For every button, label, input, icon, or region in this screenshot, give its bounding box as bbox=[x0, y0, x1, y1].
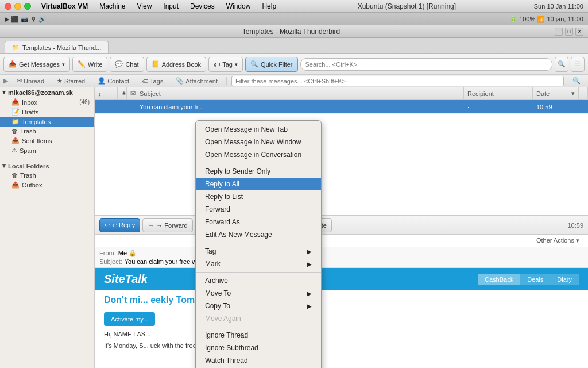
mac-menu-help[interactable]: Help bbox=[258, 2, 280, 10]
inbox-icon: 📥 bbox=[11, 98, 20, 106]
write-button[interactable]: ✏️ Write bbox=[72, 57, 107, 72]
chat-button[interactable]: 💬 Chat bbox=[110, 57, 144, 72]
quick-filter-icon: 🔍 bbox=[250, 60, 258, 68]
ctx-open-new-tab[interactable]: Open Message in New Tab bbox=[196, 123, 321, 136]
msg-header-extra bbox=[579, 87, 588, 99]
mac-menu-view[interactable]: View bbox=[134, 2, 156, 10]
ctx-edit-as-new[interactable]: Edit As New Message bbox=[196, 228, 321, 241]
ctx-reply-all[interactable]: Reply to All bbox=[196, 178, 321, 190]
tab-templates[interactable]: 📁 Templates - Mozilla Thund... bbox=[5, 41, 109, 53]
tb-titlebar: Templates - Mozilla Thunderbird – □ ✕ bbox=[0, 25, 588, 38]
msg-subject-cell: You can claim your fr... bbox=[136, 100, 464, 113]
ctx-ignore-subthread[interactable]: Ignore Subthread bbox=[196, 342, 321, 354]
nav-cashback[interactable]: CashBack bbox=[478, 274, 520, 285]
search-button[interactable]: 🔍 bbox=[555, 57, 568, 72]
tb-window-controls[interactable]: – □ ✕ bbox=[555, 28, 583, 36]
activate-button[interactable]: Activate my... bbox=[104, 312, 155, 326]
address-book-icon: 📒 bbox=[152, 60, 160, 68]
chat-label: Chat bbox=[125, 61, 138, 68]
ctx-forward-label: Forward bbox=[205, 205, 230, 213]
tb-close-btn[interactable]: ✕ bbox=[575, 28, 583, 36]
mac-app-name[interactable]: VirtualBox VM bbox=[38, 2, 91, 10]
ctx-forward[interactable]: Forward bbox=[196, 203, 321, 216]
sidebar-item-templates[interactable]: 📁 Templates bbox=[0, 117, 94, 126]
msg-flags-cell bbox=[95, 100, 118, 113]
search-icon: 🔍 bbox=[558, 60, 566, 68]
quick-filter-label: Quick Filter bbox=[261, 61, 293, 68]
spam-icon: ⚠ bbox=[11, 147, 17, 154]
from-label: From: bbox=[99, 250, 116, 257]
tag-button[interactable]: 🏷 Tag ▾ bbox=[208, 57, 243, 72]
ctx-open-conversation[interactable]: Open Message in Conversation bbox=[196, 148, 321, 161]
sidebar-item-outbox[interactable]: 📤 Outbox bbox=[0, 180, 94, 190]
mac-menu-input[interactable]: Input bbox=[160, 2, 182, 10]
sidebar-account[interactable]: ▾ mikael86@zoznam.sk bbox=[0, 87, 94, 97]
nav-deals[interactable]: Deals bbox=[520, 274, 550, 285]
msg-subject-text: You can claim your fr... bbox=[140, 103, 203, 110]
sitetalk-logo: SiteTalk bbox=[104, 273, 148, 286]
filter-starred-label: Starred bbox=[64, 78, 85, 85]
ctx-copy-to[interactable]: Copy To ▶ bbox=[196, 300, 321, 312]
reply-button[interactable]: ↩ ↩ Reply bbox=[99, 218, 140, 232]
ctx-open-new-tab-label: Open Message in New Tab bbox=[205, 125, 288, 133]
menu-button[interactable]: ☰ bbox=[571, 57, 585, 72]
quick-filter-button[interactable]: 🔍 Quick Filter bbox=[245, 57, 298, 72]
filter-search-input[interactable] bbox=[231, 76, 564, 86]
forward-button[interactable]: → → Forward bbox=[142, 218, 192, 232]
tb-maximize-btn[interactable]: □ bbox=[565, 28, 573, 36]
table-row[interactable]: You can claim your fr... · 10:59 bbox=[95, 100, 588, 114]
sidebar-local-folders[interactable]: ▾ Local Folders bbox=[0, 160, 94, 171]
ctx-mark[interactable]: Mark ▶ bbox=[196, 258, 321, 270]
filter-contact-button[interactable]: 👤 Contact bbox=[94, 76, 133, 86]
filter-attachment-label: Attachment bbox=[185, 78, 218, 85]
search-input[interactable] bbox=[300, 58, 553, 71]
msg-header-date[interactable]: Date ▾ bbox=[533, 87, 579, 99]
ctx-forward-as[interactable]: Forward As bbox=[196, 216, 321, 228]
other-actions-button[interactable]: Other Actions ▾ bbox=[532, 236, 583, 246]
msg-time: 10:59 bbox=[567, 222, 583, 229]
sidebar-item-sent[interactable]: 📤 Sent Items bbox=[0, 136, 94, 145]
filter-search-icon-button[interactable]: 🔍 bbox=[568, 76, 585, 86]
ctx-reply-list[interactable]: Reply to List bbox=[196, 190, 321, 203]
ctx-ignore-thread[interactable]: Ignore Thread bbox=[196, 329, 321, 342]
ctx-reply-sender[interactable]: Reply to Sender Only bbox=[196, 165, 321, 178]
msg-subject-header: Subject: You can claim your free w... bbox=[99, 258, 583, 265]
content-area: ↕ ★ ✉ Subject Recipient Date ▾ bbox=[95, 87, 588, 368]
msg-header-subject[interactable]: Subject bbox=[136, 87, 464, 99]
mac-menu-window[interactable]: Window bbox=[223, 2, 254, 10]
ctx-copy-to-label: Copy To bbox=[205, 302, 230, 310]
ctx-move-to[interactable]: Move To ▶ bbox=[196, 287, 321, 300]
body-text: Hi, NAME LAS... bbox=[95, 328, 588, 340]
mac-menu-machine[interactable]: Machine bbox=[96, 2, 129, 10]
mac-menu-devices[interactable]: Devices bbox=[187, 2, 218, 10]
mac-maximize-btn[interactable] bbox=[24, 3, 31, 10]
filter-attachment-button[interactable]: 📎 Attachment bbox=[172, 76, 222, 86]
ctx-watch-thread[interactable]: Watch Thread bbox=[196, 354, 321, 367]
sidebar-item-trash[interactable]: 🗑 Trash bbox=[0, 126, 94, 136]
mac-menubar: VirtualBox VM Machine View Input Devices… bbox=[0, 0, 588, 13]
mac-window-controls[interactable] bbox=[5, 3, 31, 10]
filter-tags-button[interactable]: 🏷 Tags bbox=[138, 76, 167, 86]
msg-header-recipient[interactable]: Recipient bbox=[464, 87, 533, 99]
from-value: Me 🔒 bbox=[118, 250, 137, 257]
filter-unread-button[interactable]: ✉ Unread bbox=[13, 76, 48, 86]
account-name: mikael86@zoznam.sk bbox=[8, 89, 73, 96]
context-menu: Open Message in New Tab Open Message in … bbox=[195, 120, 322, 368]
sidebar-item-inbox[interactable]: 📥 Inbox (46) bbox=[0, 97, 94, 107]
address-book-button[interactable]: 📒 Address Book bbox=[146, 57, 206, 72]
ctx-archive[interactable]: Archive bbox=[196, 274, 321, 287]
sidebar-item-local-trash[interactable]: 🗑 Trash bbox=[0, 171, 94, 180]
get-messages-button[interactable]: 📥 Get Messages ▾ bbox=[3, 57, 70, 72]
ctx-move-to-arrow-icon: ▶ bbox=[307, 290, 312, 297]
tb-minimize-btn[interactable]: – bbox=[555, 28, 563, 36]
mac-minimize-btn[interactable] bbox=[14, 3, 21, 10]
sidebar-item-drafts[interactable]: 📝 Drafts bbox=[0, 107, 94, 117]
get-messages-label: Get Messages bbox=[19, 61, 60, 68]
filter-starred-button[interactable]: ★ Starred bbox=[53, 76, 89, 86]
mac-close-btn[interactable] bbox=[5, 3, 11, 10]
sidebar-item-spam[interactable]: ⚠ Spam bbox=[0, 145, 94, 155]
nav-diary[interactable]: Diary bbox=[550, 274, 579, 285]
ctx-copy-to-arrow-icon: ▶ bbox=[307, 303, 312, 309]
ctx-open-new-window[interactable]: Open Message in New Window bbox=[196, 136, 321, 148]
ctx-tag[interactable]: Tag ▶ bbox=[196, 245, 321, 258]
